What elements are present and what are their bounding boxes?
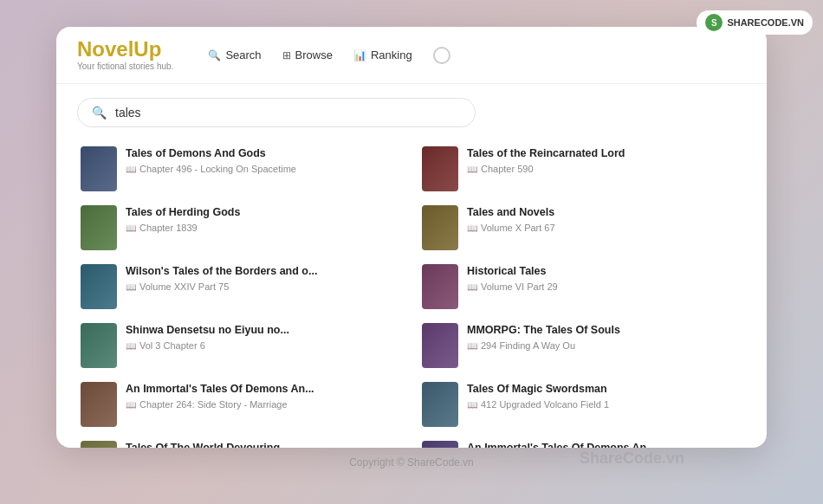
copyright-bar: Copyright © ShareCode.vn — [340, 448, 483, 477]
book-chapter: 📖 Volume VI Part 29 — [467, 281, 742, 292]
list-item[interactable]: An Immortal's Tales Of Demons An... 📖 Ch… — [412, 434, 753, 448]
chapter-text: Volume VI Part 29 — [481, 281, 558, 292]
book-cover — [81, 323, 117, 368]
logo-text: NovelUp — [77, 39, 173, 60]
chapter-text: 294 Finding A Way Ou — [481, 340, 575, 351]
book-cover — [422, 323, 458, 368]
book-chapter: 📖 412 Upgraded Volcano Field 1 — [467, 399, 742, 410]
watermark-text: SHARECODE.VN — [727, 17, 804, 28]
chapter-icon: 📖 — [467, 341, 477, 351]
chapter-icon: 📖 — [126, 341, 136, 351]
book-title: Tales and Novels — [467, 205, 742, 219]
book-chapter: 📖 Chapter 496 - Locking On Spacetime — [126, 164, 401, 174]
book-cover — [81, 264, 117, 309]
ranking-nav-label: Ranking — [371, 48, 412, 61]
nav-browse[interactable]: ⊞ Browse — [274, 43, 341, 67]
book-title: An Immortal's Tales Of Demons An... — [126, 382, 401, 396]
chapter-icon: 📖 — [467, 400, 477, 410]
chapter-icon: 📖 — [467, 165, 477, 174]
book-info: Historical Tales 📖 Volume VI Part 29 — [467, 264, 742, 292]
book-cover — [81, 441, 117, 448]
book-chapter: 📖 Chapter 590 — [467, 164, 742, 174]
list-item[interactable]: Tales of Demons And Gods 📖 Chapter 496 -… — [70, 139, 412, 198]
book-chapter: 📖 Volume XXIV Part 75 — [126, 281, 401, 292]
book-info: Tales of Herding Gods 📖 Chapter 1839 — [126, 205, 401, 233]
book-title: Historical Tales — [467, 264, 742, 278]
browse-nav-label: Browse — [295, 48, 333, 61]
list-item[interactable]: Shinwa Densetsu no Eiyuu no... 📖 Vol 3 C… — [70, 316, 412, 375]
chapter-text: Volume XXIV Part 75 — [139, 281, 229, 292]
book-title: Tales of the Reincarnated Lord — [467, 146, 742, 160]
chapter-icon: 📖 — [126, 223, 136, 233]
nav-circle-icon — [433, 47, 450, 64]
results-grid: Tales of Demons And Gods 📖 Chapter 496 -… — [56, 136, 767, 448]
book-title: Tales of Demons And Gods — [126, 146, 401, 160]
chapter-text: Vol 3 Chapter 6 — [139, 340, 205, 351]
list-item[interactable]: Tales Of The World Devouring... 📖 Chapte… — [70, 434, 412, 448]
book-title: Shinwa Densetsu no Eiyuu no... — [126, 323, 401, 337]
copyright-text: Copyright © ShareCode.vn — [349, 456, 474, 468]
nav-ranking[interactable]: 📊 Ranking — [345, 43, 421, 67]
book-title: MMORPG: The Tales Of Souls — [467, 323, 742, 337]
book-info: Wilson's Tales of the Borders and o... 📖… — [126, 264, 401, 292]
chapter-icon: 📖 — [467, 223, 477, 233]
chapter-text: Chapter 264: Side Story - Marriage — [139, 399, 288, 410]
share-watermark: ShareCode.vn — [580, 449, 684, 468]
book-title: Tales Of The World Devouring... — [126, 441, 401, 448]
book-info: Shinwa Densetsu no Eiyuu no... 📖 Vol 3 C… — [126, 323, 401, 351]
book-info: MMORPG: The Tales Of Souls 📖 294 Finding… — [467, 323, 742, 351]
chapter-text: Chapter 590 — [481, 164, 534, 174]
search-input[interactable] — [115, 106, 461, 120]
list-item[interactable]: Tales of the Reincarnated Lord 📖 Chapter… — [412, 139, 753, 198]
chapter-text: Volume X Part 67 — [481, 223, 555, 233]
chapter-icon: 📖 — [126, 400, 136, 410]
list-item[interactable]: Tales and Novels 📖 Volume X Part 67 — [412, 198, 753, 257]
book-chapter: 📖 Volume X Part 67 — [467, 223, 742, 233]
list-item[interactable]: Tales Of Magic Swordsman 📖 412 Upgraded … — [412, 375, 753, 434]
search-container: 🔍 — [56, 84, 767, 136]
chapter-text: Chapter 1839 — [139, 223, 198, 233]
search-nav-icon: 🔍 — [208, 49, 221, 61]
book-info: Tales and Novels 📖 Volume X Part 67 — [467, 205, 742, 233]
list-item[interactable]: Wilson's Tales of the Borders and o... 📖… — [70, 257, 412, 316]
search-box[interactable]: 🔍 — [77, 98, 476, 127]
search-icon: 🔍 — [92, 106, 107, 120]
book-cover — [422, 264, 458, 309]
list-item[interactable]: Tales of Herding Gods 📖 Chapter 1839 — [70, 198, 412, 257]
logo-novel: Novel — [77, 37, 133, 61]
logo-tagline: Your fictional stories hub. — [77, 61, 173, 71]
book-cover — [81, 382, 117, 427]
chapter-text: Chapter 496 - Locking On Spacetime — [139, 164, 296, 174]
book-title: Tales of Herding Gods — [126, 205, 401, 219]
book-info: Tales of Demons And Gods 📖 Chapter 496 -… — [126, 146, 401, 174]
book-cover — [81, 205, 117, 250]
chapter-icon: 📖 — [126, 165, 136, 174]
book-cover — [81, 146, 117, 191]
book-title: An Immortal's Tales Of Demons An... — [467, 441, 742, 448]
navbar: NovelUp Your fictional stories hub. 🔍 Se… — [56, 27, 767, 84]
list-item[interactable]: MMORPG: The Tales Of Souls 📖 294 Finding… — [412, 316, 753, 375]
ranking-nav-icon: 📊 — [353, 49, 366, 61]
book-chapter: 📖 Vol 3 Chapter 6 — [126, 340, 401, 351]
watermark-logo-icon: S — [705, 14, 723, 31]
book-cover — [422, 382, 458, 427]
chapter-icon: 📖 — [467, 282, 477, 292]
book-cover — [422, 146, 458, 191]
book-info: An Immortal's Tales Of Demons An... 📖 Ch… — [126, 382, 401, 410]
chapter-icon: 📖 — [126, 282, 136, 292]
list-item[interactable]: An Immortal's Tales Of Demons An... 📖 Ch… — [70, 375, 412, 434]
browse-nav-icon: ⊞ — [282, 49, 291, 61]
nav-search[interactable]: 🔍 Search — [199, 43, 269, 67]
nav-extra[interactable] — [424, 42, 459, 69]
book-info: Tales Of The World Devouring... 📖 Chapte… — [126, 441, 401, 448]
book-chapter: 📖 Chapter 1839 — [126, 223, 401, 233]
logo[interactable]: NovelUp Your fictional stories hub. — [77, 39, 173, 71]
book-cover — [422, 441, 458, 448]
nav-items: 🔍 Search ⊞ Browse 📊 Ranking — [199, 42, 458, 69]
main-card: NovelUp Your fictional stories hub. 🔍 Se… — [56, 27, 767, 448]
logo-up: Up — [133, 37, 161, 61]
list-item[interactable]: Historical Tales 📖 Volume VI Part 29 — [412, 257, 753, 316]
watermark-badge: S SHARECODE.VN — [697, 10, 813, 35]
chapter-text: 412 Upgraded Volcano Field 1 — [481, 399, 609, 410]
book-info: An Immortal's Tales Of Demons An... 📖 Ch… — [467, 441, 742, 448]
